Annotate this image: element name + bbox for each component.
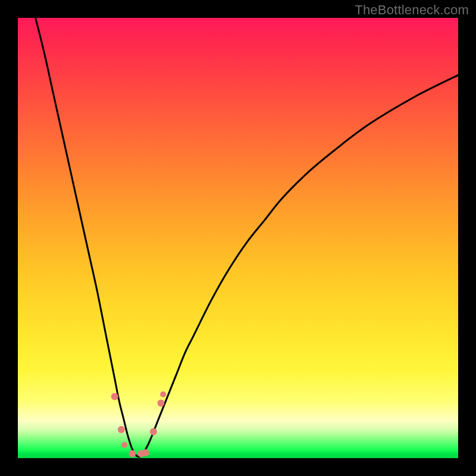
curve-marker-dot bbox=[142, 449, 149, 456]
curve-marker-dot bbox=[150, 428, 157, 436]
curve-marker-dot bbox=[121, 442, 127, 448]
curve-marker-dot bbox=[118, 426, 125, 433]
chart-frame: TheBottleneck.com bbox=[0, 0, 476, 476]
curve-layer bbox=[18, 18, 458, 458]
curve-marker-dot bbox=[160, 392, 166, 397]
curve-marker-dot bbox=[111, 393, 118, 400]
curve-marker-dot bbox=[158, 400, 165, 407]
bottleneck-curve bbox=[36, 18, 458, 457]
curve-marker-dot bbox=[129, 450, 136, 458]
plot-area bbox=[18, 18, 458, 458]
watermark-text: TheBottleneck.com bbox=[355, 2, 469, 18]
